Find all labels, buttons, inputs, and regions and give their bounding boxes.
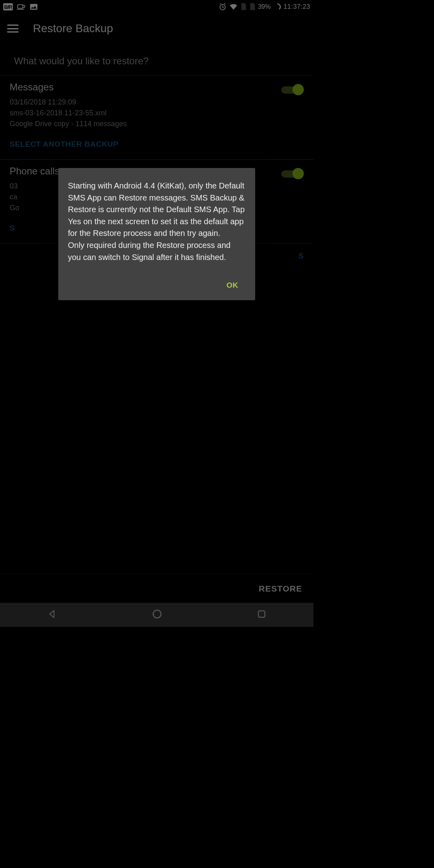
dialog-scrim[interactable] <box>0 0 313 627</box>
ok-button[interactable]: OK <box>223 278 243 293</box>
dialog-message: Starting with Android 4.4 (KitKat), only… <box>68 180 246 263</box>
dialog-actions: OK <box>68 275 246 295</box>
screen: B/R 39% 11:37:23 <box>0 0 313 627</box>
default-sms-dialog: Starting with Android 4.4 (KitKat), only… <box>58 168 255 300</box>
